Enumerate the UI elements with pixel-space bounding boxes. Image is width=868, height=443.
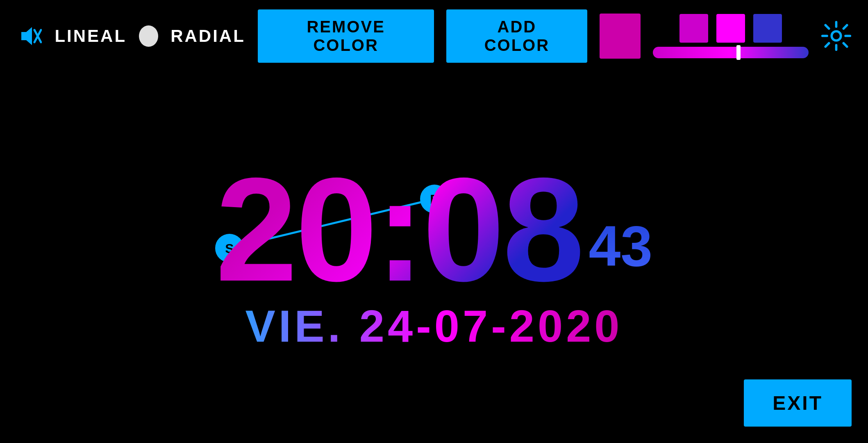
color-stops-top [679, 14, 782, 43]
add-color-button[interactable]: ADD COLOR [446, 9, 587, 63]
gradient-slider-thumb[interactable] [736, 45, 741, 60]
svg-point-3 [832, 31, 841, 41]
svg-line-9 [843, 43, 847, 46]
lineal-radio[interactable] [139, 25, 158, 47]
svg-line-8 [825, 25, 829, 28]
exit-button[interactable]: EXIT [744, 379, 852, 427]
clock-area: S E 20:08 43 VIE. 24-07-2020 [0, 72, 868, 443]
color-stop-pink[interactable] [679, 14, 708, 43]
lineal-label: LINEAL [55, 26, 127, 46]
radial-label: RADIAL [170, 26, 245, 46]
remove-color-button[interactable]: REMOVE COLOR [258, 9, 434, 63]
color-stops-container [653, 14, 809, 58]
svg-line-10 [843, 25, 847, 28]
mute-icon[interactable] [16, 22, 42, 50]
clock-display: 20:08 43 [216, 163, 652, 296]
svg-line-11 [825, 43, 829, 46]
gradient-slider[interactable] [653, 47, 809, 58]
clock-time: 20:08 [216, 163, 583, 296]
svg-marker-0 [21, 27, 32, 45]
settings-icon[interactable] [821, 20, 852, 53]
toolbar: LINEAL RADIAL REMOVE COLOR ADD COLOR [0, 0, 868, 72]
color-stop-magenta[interactable] [716, 14, 745, 43]
color-stop-blue[interactable] [753, 14, 782, 43]
clock-seconds: 43 [589, 213, 653, 296]
color-swatch[interactable] [600, 14, 641, 59]
